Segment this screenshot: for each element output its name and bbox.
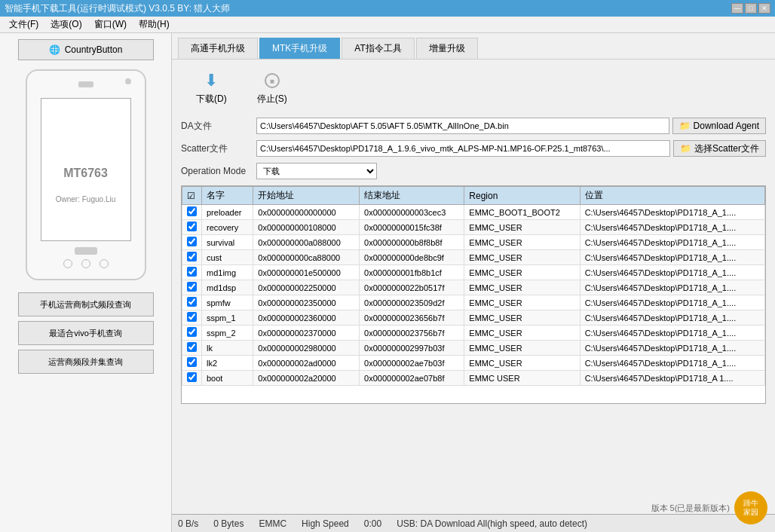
tab-at[interactable]: AT指令工具 xyxy=(342,38,414,59)
row-name: cust xyxy=(202,250,253,265)
row-path: C:\Users\46457\Desktop\PD1718_A_1.... xyxy=(580,220,764,235)
row-checkbox[interactable] xyxy=(182,341,202,356)
row-region: EMMC_USER xyxy=(464,220,580,235)
stop-icon: ■ xyxy=(260,69,284,93)
row-end: 0x000000000b8f8b8f xyxy=(360,235,464,250)
row-checkbox[interactable] xyxy=(182,220,202,235)
row-region: EMMC_USER xyxy=(464,250,580,265)
folder-icon: 📁 xyxy=(679,121,691,131)
row-end: 0x000000001fb8b1cf xyxy=(360,265,464,280)
col-checkbox: ☑ xyxy=(182,187,202,205)
tab-qualcomm[interactable]: 高通手机升级 xyxy=(178,38,258,59)
col-region: Region xyxy=(464,187,580,205)
da-file-label: DA文件 xyxy=(181,120,256,133)
version-text: 版本 5(已是最新版本) xyxy=(651,503,731,514)
row-path: C:\Users\46457\Desktop\PD1718_A_1.... xyxy=(580,205,764,220)
table-row: lk 0x000000002980000 0x000000002997b03f … xyxy=(182,341,765,356)
row-checkbox[interactable] xyxy=(182,356,202,371)
status-bytes: 0 Bytes xyxy=(213,518,244,529)
table-row: md1dsp 0x000000002250000 0x0000000022b05… xyxy=(182,280,765,295)
watermark-logo: 蹄牛家园 xyxy=(734,491,767,524)
row-path: C:\Users\46457\Desktop\PD1718_A_1.... xyxy=(580,235,764,250)
row-name: sspm_1 xyxy=(202,310,253,326)
main-layout: 🌐 CountryButton MT6763 Owner: Fuguo.Liu … xyxy=(0,33,775,532)
row-end: 0x000000002ae07b8f xyxy=(360,371,464,386)
menu-help[interactable]: 帮助(H) xyxy=(133,17,176,32)
row-name: md1dsp xyxy=(202,280,253,295)
row-end: 0x00000000015fc38f xyxy=(360,220,464,235)
country-button[interactable]: 🌐 CountryButton xyxy=(18,39,154,60)
row-end: 0x000000000003cec3 xyxy=(360,205,464,220)
close-button[interactable]: ✕ xyxy=(758,3,770,14)
phone-nav-buttons xyxy=(63,259,109,268)
row-checkbox[interactable] xyxy=(182,250,202,265)
table-row: recovery 0x000000000108000 0x00000000015… xyxy=(182,220,765,235)
row-name: recovery xyxy=(202,220,253,235)
row-checkbox[interactable] xyxy=(182,235,202,250)
minimize-button[interactable]: — xyxy=(731,3,743,14)
row-checkbox[interactable] xyxy=(182,265,202,280)
stop-button[interactable]: ■ 停止(S) xyxy=(257,69,287,105)
row-end: 0x000000002997b03f xyxy=(360,341,464,356)
maximize-button[interactable]: □ xyxy=(745,3,757,14)
row-checkbox[interactable] xyxy=(182,371,202,386)
col-path: 位置 xyxy=(580,187,764,205)
row-end: 0x0000000023509d2f xyxy=(360,295,464,310)
table-row: cust 0x000000000ca88000 0x000000000de8bc… xyxy=(182,250,765,265)
menu-options[interactable]: 选项(O) xyxy=(44,17,87,32)
folder-icon2: 📁 xyxy=(680,143,691,154)
download-button[interactable]: ⬇ 下载(D) xyxy=(196,69,227,105)
status-mode: High Speed xyxy=(302,518,349,529)
menu-file[interactable]: 文件(F) xyxy=(3,17,44,32)
row-start: 0x000000002370000 xyxy=(253,326,360,341)
row-checkbox[interactable] xyxy=(182,326,202,341)
tab-mtk[interactable]: MTK手机升级 xyxy=(259,38,340,59)
row-path: C:\Users\46457\Desktop\PD1718_A_1.... xyxy=(580,265,764,280)
row-end: 0x0000000023656b7f xyxy=(360,310,464,326)
row-start: 0x000000002ad0000 xyxy=(253,356,360,371)
row-region: EMMC_USER xyxy=(464,310,580,326)
col-end: 结束地址 xyxy=(360,187,464,205)
row-end: 0x0000000023756b7f xyxy=(360,326,464,341)
row-path: C:\Users\46457\Desktop\PD1718_A_1.... xyxy=(580,326,764,341)
scatter-file-input[interactable] xyxy=(256,140,670,157)
row-name: boot xyxy=(202,371,253,386)
operation-mode-row: Operation Mode 下载 格式化 仅格式化 xyxy=(181,163,766,179)
row-checkbox[interactable] xyxy=(182,310,202,326)
download-label: 下载(D) xyxy=(196,93,227,105)
row-path: C:\Users\46457\Desktop\PD1718_A_1.... xyxy=(580,356,764,371)
row-path: C:\Users\46457\Desktop\PD1718_A_1.... xyxy=(580,310,764,326)
row-region: EMMC_USER xyxy=(464,326,580,341)
phone-image: MT6763 Owner: Fuguo.Liu xyxy=(26,69,146,280)
row-checkbox[interactable] xyxy=(182,295,202,310)
tab-incremental[interactable]: 增量升级 xyxy=(416,38,478,59)
table-row: sspm_1 0x000000002360000 0x0000000023656… xyxy=(182,310,765,326)
menu-window[interactable]: 窗口(W) xyxy=(88,17,133,32)
row-checkbox[interactable] xyxy=(182,280,202,295)
row-region: EMMC_BOOT1_BOOT2 xyxy=(464,205,580,220)
row-end: 0x0000000022b0517f xyxy=(360,280,464,295)
row-name: survival xyxy=(202,235,253,250)
da-file-row: DA文件 📁 Download Agent xyxy=(181,118,766,134)
carrier-freq-query-button[interactable]: 手机运营商制式频段查询 xyxy=(18,292,154,316)
carrier-band-query-button[interactable]: 运营商频段并集查询 xyxy=(18,350,154,374)
row-start: 0x000000000ca88000 xyxy=(253,250,360,265)
content-area: 高通手机升级 MTK手机升级 AT指令工具 增量升级 ⬇ 下载(D) ■ 停止(… xyxy=(172,33,775,532)
status-message: USB: DA Download All(high speed, auto de… xyxy=(397,518,587,529)
row-region: EMMC_USER xyxy=(464,356,580,371)
row-start: 0x000000000a088000 xyxy=(253,235,360,250)
row-end: 0x000000002ae7b03f xyxy=(360,356,464,371)
row-checkbox[interactable] xyxy=(182,205,202,220)
select-scatter-button[interactable]: 📁 选择Scatter文件 xyxy=(673,140,766,157)
row-name: preloader xyxy=(202,205,253,220)
row-path: C:\Users\46457\Desktop\PD1718_A 1.... xyxy=(580,371,764,386)
stop-label: 停止(S) xyxy=(257,93,287,105)
download-agent-button[interactable]: 📁 Download Agent xyxy=(672,118,766,134)
row-region: EMMC_USER xyxy=(464,235,580,250)
row-path: C:\Users\46457\Desktop\PD1718_A_1.... xyxy=(580,250,764,265)
operation-mode-select[interactable]: 下载 格式化 仅格式化 xyxy=(256,163,377,179)
vivo-phone-query-button[interactable]: 最适合vivo手机查询 xyxy=(18,321,154,345)
da-file-input[interactable] xyxy=(256,118,669,134)
row-region: EMMC_USER xyxy=(464,341,580,356)
table-row: boot 0x000000002a20000 0x000000002ae07b8… xyxy=(182,371,765,386)
